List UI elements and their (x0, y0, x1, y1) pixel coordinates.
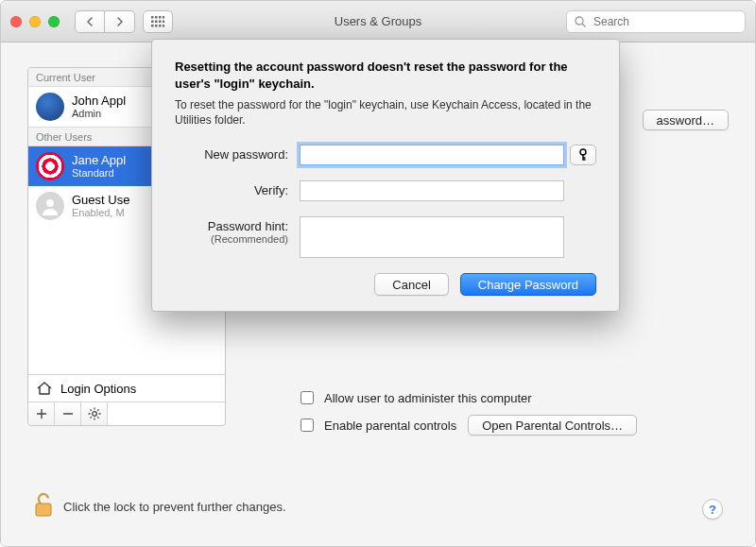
avatar-target-icon (36, 152, 64, 180)
user-role: Enabled, M (72, 207, 129, 218)
house-icon (36, 381, 53, 396)
lock-open-icon[interactable] (33, 492, 54, 521)
nav-back-forward (75, 10, 135, 33)
change-password-confirm-button[interactable]: Change Password (460, 273, 596, 296)
svg-rect-4 (151, 20, 154, 23)
titlebar: Users & Groups (1, 1, 755, 43)
key-icon (577, 148, 589, 162)
svg-rect-24 (36, 504, 51, 516)
svg-rect-8 (151, 25, 154, 27)
user-name: John Appl (72, 94, 126, 108)
hint-label: Password hint: (208, 219, 288, 233)
lock-text: Click the lock to prevent further change… (63, 500, 286, 514)
dialog-subtext: To reset the password for the "login" ke… (175, 97, 596, 128)
help-icon: ? (709, 503, 716, 517)
parental-controls-checkbox[interactable] (301, 419, 314, 432)
plus-icon (37, 409, 46, 419)
change-password-button[interactable]: assword… (643, 110, 729, 130)
allow-admin-label: Allow user to administer this computer (324, 391, 532, 405)
user-role: Admin (72, 108, 126, 119)
svg-line-22 (97, 409, 98, 410)
search-input[interactable] (592, 14, 737, 29)
prefs-window: Users & Groups Current User John Appl Ad… (0, 0, 756, 547)
svg-rect-7 (163, 20, 164, 23)
minus-icon (63, 409, 73, 419)
password-assistant-button[interactable] (570, 145, 596, 165)
help-button[interactable]: ? (702, 499, 723, 520)
parental-controls-label: Enable parental controls (324, 419, 456, 433)
verify-password-input[interactable] (300, 180, 564, 201)
close-icon[interactable] (10, 16, 22, 27)
svg-line-13 (582, 24, 585, 26)
avatar-earth-icon (36, 93, 64, 121)
user-name: Guest Use (72, 194, 129, 207)
svg-point-15 (92, 412, 96, 417)
svg-line-21 (97, 417, 98, 418)
reset-password-dialog: Resetting the account password doesn't r… (151, 39, 620, 312)
svg-rect-9 (155, 25, 158, 27)
chevron-left-icon (86, 17, 94, 26)
new-password-label: New password: (175, 145, 300, 162)
cancel-button[interactable]: Cancel (374, 273, 448, 296)
zoom-icon[interactable] (48, 16, 60, 27)
hint-sublabel: (Recommended) (175, 233, 288, 245)
svg-rect-5 (155, 20, 158, 23)
dialog-heading: Resetting the account password doesn't r… (175, 59, 596, 92)
svg-point-26 (580, 149, 586, 155)
sidebar-tools (28, 402, 225, 425)
gear-icon (88, 407, 101, 420)
password-hint-input[interactable] (300, 216, 564, 258)
back-button[interactable] (75, 10, 105, 33)
new-password-input[interactable] (300, 145, 564, 165)
show-all-button[interactable] (143, 10, 173, 33)
svg-rect-6 (159, 20, 162, 23)
allow-admin-checkbox[interactable] (301, 391, 314, 404)
minimize-icon[interactable] (29, 16, 41, 27)
user-role: Standard (72, 167, 126, 179)
svg-rect-0 (151, 16, 154, 19)
svg-rect-3 (163, 16, 164, 19)
remove-user-button[interactable] (55, 402, 81, 425)
svg-rect-1 (155, 16, 158, 19)
svg-rect-11 (163, 25, 164, 27)
svg-line-20 (90, 409, 91, 410)
add-user-button[interactable] (28, 402, 55, 425)
login-options-label: Login Options (60, 382, 136, 396)
svg-line-23 (90, 417, 91, 418)
grid-icon (151, 16, 164, 27)
svg-rect-2 (159, 16, 162, 19)
chevron-right-icon (116, 17, 124, 26)
search-field[interactable] (566, 10, 746, 33)
avatar-silhouette-icon (36, 192, 64, 220)
user-name: Jane Appl (72, 154, 126, 167)
open-parental-controls-button[interactable]: Open Parental Controls… (468, 415, 637, 436)
lock-row: Click the lock to prevent further change… (33, 492, 286, 521)
verify-label: Verify: (175, 180, 300, 197)
forward-button[interactable] (105, 10, 135, 33)
search-icon (575, 16, 586, 27)
svg-point-14 (46, 199, 54, 207)
login-options-row[interactable]: Login Options (28, 374, 225, 402)
svg-rect-10 (159, 25, 162, 27)
window-controls (10, 16, 60, 27)
sidebar-action-menu[interactable] (81, 402, 108, 425)
